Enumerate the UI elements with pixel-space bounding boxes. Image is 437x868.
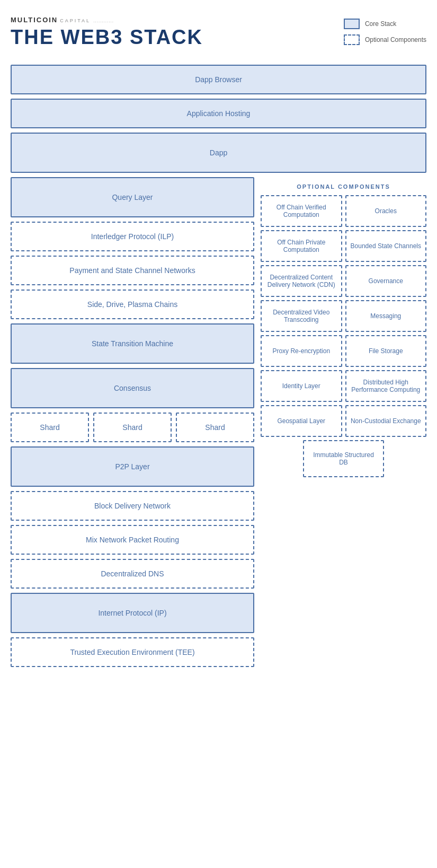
geospatial-label: Geospatial Layer: [277, 417, 325, 425]
mix-network-block: Mix Network Packet Routing: [11, 525, 254, 555]
proxy-reencryption-label: Proxy Re-encryption: [272, 347, 330, 355]
tee-block: Trusted Execution Environment (TEE): [11, 637, 254, 667]
block-delivery-block: Block Delivery Network: [11, 491, 254, 521]
brand-sub: CAPITAL ............: [60, 18, 114, 23]
immutable-db-block: Immutable Structured DB: [303, 440, 385, 477]
query-layer-block: Query Layer: [11, 177, 254, 217]
off-chain-private-block: Off Chain Private Computation: [261, 230, 342, 262]
legend-optional: Optional Components: [344, 34, 426, 45]
full-width-section: Dapp Browser Application Hosting Dapp: [11, 65, 426, 173]
governance-label: Governance: [369, 277, 403, 285]
opt-row-1: Off Chain Private Computation Bounded St…: [261, 230, 426, 262]
internet-protocol-label: Internet Protocol (IP): [98, 609, 166, 617]
page-title: THE WEB3 STACK: [11, 26, 203, 49]
decentralized-video-label: Decentralized Video Transcoding: [266, 309, 337, 323]
optional-grid: Off Chain Verified Computation Oracles O…: [261, 195, 426, 477]
tee-label: Trusted Execution Environment (TEE): [70, 648, 194, 656]
brand: MULTICOIN CAPITAL ............ THE WEB3 …: [11, 16, 203, 49]
opt-row-4: Proxy Re-encryption File Storage: [261, 335, 426, 367]
shard-1-block: Shard: [11, 413, 89, 442]
side-chains-block: Side, Drive, Plasma Chains: [11, 290, 254, 319]
state-machine-label: State Transition Machine: [92, 339, 173, 348]
internet-protocol-block: Internet Protocol (IP): [11, 593, 254, 633]
immutable-db-label: Immutable Structured DB: [308, 451, 379, 466]
p2p-layer-label: P2P Layer: [115, 462, 149, 471]
opt-row-2: Decentralized Content Delivery Network (…: [261, 265, 426, 297]
distributed-hpc-block: Distributed High Performance Computing: [345, 370, 427, 402]
proxy-reencryption-block: Proxy Re-encryption: [261, 335, 342, 367]
decentralized-cdn-block: Decentralized Content Delivery Network (…: [261, 265, 342, 297]
legend-core: Core Stack: [344, 19, 426, 29]
payment-channels-block: Payment and State Channel Networks: [11, 256, 254, 285]
ilp-label: Interledger Protocol (ILP): [91, 232, 174, 241]
app-hosting-label: Application Hosting: [187, 109, 251, 118]
legend: Core Stack Optional Components: [344, 19, 426, 45]
identity-layer-block: Identity Layer: [261, 370, 342, 402]
main-layout: Query Layer Interledger Protocol (ILP) P…: [11, 177, 426, 667]
brand-name: MULTICOIN: [11, 16, 58, 24]
consensus-block: Consensus: [11, 368, 254, 408]
p2p-layer-block: P2P Layer: [11, 446, 254, 487]
mix-network-label: Mix Network Packet Routing: [86, 536, 179, 544]
decentralized-dns-block: Decentralized DNS: [11, 559, 254, 589]
decentralized-dns-label: Decentralized DNS: [101, 569, 164, 578]
opt-row-3: Decentralized Video Transcoding Messagin…: [261, 300, 426, 332]
immutable-row: Immutable Structured DB: [261, 440, 426, 477]
side-chains-label: Side, Drive, Plasma Chains: [87, 300, 177, 309]
left-column: Query Layer Interledger Protocol (ILP) P…: [11, 177, 254, 667]
messaging-block: Messaging: [345, 300, 427, 332]
opt-row-5: Identity Layer Distributed High Performa…: [261, 370, 426, 402]
shards-row: Shard Shard Shard: [11, 413, 254, 442]
file-storage-label: File Storage: [369, 347, 403, 355]
consensus-label: Consensus: [114, 384, 151, 392]
off-chain-verified-block: Off Chain Verified Computation: [261, 195, 342, 227]
shard-2-block: Shard: [93, 413, 172, 442]
bounded-state-label: Bounded State Channels: [351, 242, 421, 250]
decentralized-video-block: Decentralized Video Transcoding: [261, 300, 342, 332]
governance-block: Governance: [345, 265, 427, 297]
oracles-label: Oracles: [375, 207, 397, 215]
block-delivery-label: Block Delivery Network: [94, 502, 171, 510]
shard-3-label: Shard: [205, 423, 225, 432]
non-custodial-label: Non-Custodial Exchange: [351, 417, 421, 425]
legend-core-label: Core Stack: [365, 20, 396, 28]
query-layer-label: Query Layer: [112, 193, 153, 201]
legend-optional-label: Optional Components: [365, 36, 426, 43]
shard-1-label: Shard: [40, 423, 59, 432]
opt-row-6: Geospatial Layer Non-Custodial Exchange: [261, 405, 426, 437]
header: MULTICOIN CAPITAL ............ THE WEB3 …: [11, 16, 426, 49]
payment-channels-label: Payment and State Channel Networks: [69, 266, 195, 275]
optional-section-label: OPTIONAL COMPONENTS: [261, 177, 426, 195]
distributed-hpc-label: Distributed High Performance Computing: [351, 379, 422, 393]
state-machine-block: State Transition Machine: [11, 323, 254, 364]
dapp-label: Dapp: [210, 148, 227, 157]
right-column: OPTIONAL COMPONENTS Off Chain Verified C…: [261, 177, 426, 477]
shard-2-label: Shard: [122, 423, 142, 432]
app-hosting-block: Application Hosting: [11, 99, 426, 128]
dapp-browser-label: Dapp Browser: [195, 75, 242, 84]
off-chain-verified-label: Off Chain Verified Computation: [266, 204, 337, 218]
dapp-block: Dapp: [11, 133, 426, 173]
bounded-state-block: Bounded State Channels: [345, 230, 427, 262]
legend-core-icon: [344, 19, 360, 29]
non-custodial-block: Non-Custodial Exchange: [345, 405, 427, 437]
off-chain-private-label: Off Chain Private Computation: [266, 239, 337, 253]
identity-layer-label: Identity Layer: [282, 382, 320, 390]
geospatial-block: Geospatial Layer: [261, 405, 342, 437]
decentralized-cdn-label: Decentralized Content Delivery Network (…: [266, 274, 337, 288]
shard-3-block: Shard: [176, 413, 254, 442]
dapp-browser-block: Dapp Browser: [11, 65, 426, 94]
opt-row-0: Off Chain Verified Computation Oracles: [261, 195, 426, 227]
file-storage-block: File Storage: [345, 335, 427, 367]
legend-optional-icon: [344, 34, 360, 45]
messaging-label: Messaging: [370, 312, 401, 320]
oracles-block: Oracles: [345, 195, 427, 227]
ilp-block: Interledger Protocol (ILP): [11, 222, 254, 251]
